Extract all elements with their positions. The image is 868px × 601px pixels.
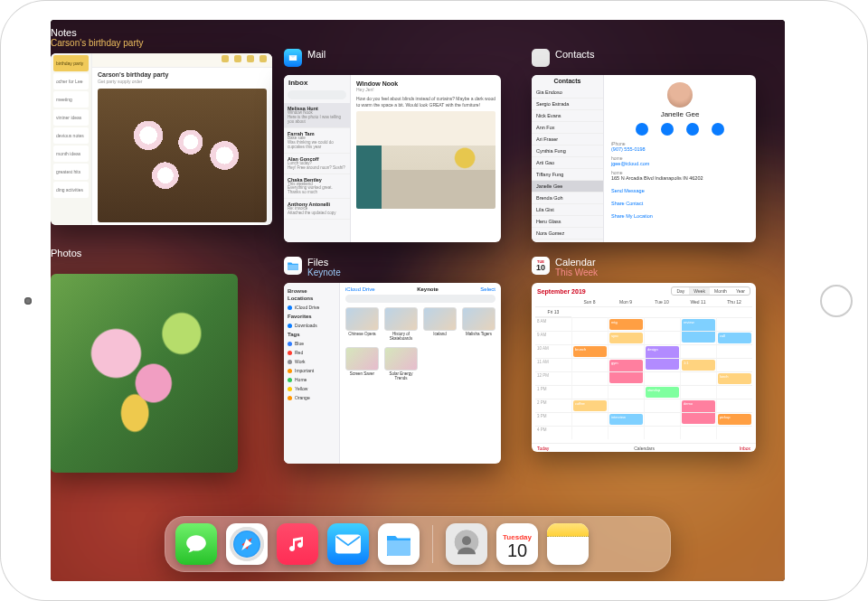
app-title: Mail [307,49,326,60]
dock-calendar-icon[interactable]: Tuesday 10 [496,523,538,565]
dock-safari-icon[interactable] [226,523,268,565]
mail-body: How do you feel about blinds instead of … [356,96,495,108]
photos-preview-flower [51,274,238,473]
inbox-label: Inbox [284,75,350,89]
switcher-card-files[interactable]: Files Keynote Browse Locations iCloud Dr… [284,257,501,464]
file-thumb [384,347,418,371]
mail-message-list: Inbox Melissa HuntWindow NookHere is the… [284,75,351,242]
call-action-icon [661,123,674,136]
contact-detail: Janelle Gee iPhone (907) 555-0198 home j… [604,75,756,242]
note-photo-cupcakes [98,89,267,222]
contact-name: Janelle Gee [611,110,749,118]
mail-subject: Window Nook [356,80,495,87]
dock-contacts-icon[interactable] [446,523,487,565]
files-sidebar: Browse Locations iCloud Drive Favorites … [284,283,340,464]
screen: Notes Carson's birthday party birthday p… [51,20,785,581]
mail-greeting: Hey Jen! [356,87,495,92]
calendar-day-headers: Sun 8 Mon 9 Tue 10 Wed 11 Thu 12 Fri 13 [532,297,756,317]
calendar-grid: 8 AMmtgreview 9 AMsynccall 10 AMbrunchde… [532,317,756,443]
files-select: Select [480,286,495,292]
files-back: iCloud Drive [345,286,375,292]
notes-toolbar [92,53,272,68]
contact-actions [611,123,749,136]
mail-search [288,90,346,99]
app-switcher: Notes Carson's birthday party birthday p… [51,20,785,581]
files-search [345,295,495,303]
app-title: Files [307,257,341,268]
file-thumb [423,307,457,331]
app-subtitle: This Week [555,268,598,277]
dock-music-icon[interactable] [277,523,318,565]
svg-rect-0 [335,535,361,554]
app-subtitle: Keynote [307,268,341,277]
dock-messages-icon[interactable] [175,523,217,565]
app-title: Calendar [555,257,598,268]
switcher-card-calendar[interactable]: TUE10 Calendar This Week September 2019 … [532,257,756,452]
contact-avatar [667,82,693,108]
switcher-card-mail[interactable]: Mail Inbox Melissa HuntWindow NookHere i… [284,49,501,242]
dock-calendar-num: 10 [507,541,527,559]
calendar-calendars-link: Calendars [634,446,655,451]
calendar-view-segments: Day Week Month Year [671,286,750,296]
file-thumb [345,307,379,331]
home-button[interactable] [820,285,853,317]
calendar-icon: TUE10 [532,257,550,275]
ipad-device: Notes Carson's birthday party birthday p… [0,0,868,601]
calendar-inbox-link: Inbox [740,446,750,451]
file-thumb [462,307,495,331]
app-title: Contacts [555,49,594,60]
video-action-icon [686,123,699,136]
contacts-list: Contacts Gia Endoso Sergio Estrada Nick … [532,75,604,242]
dock-files-icon[interactable] [378,523,420,565]
file-thumb [345,347,379,371]
switcher-card-notes[interactable]: Notes Carson's birthday party birthday p… [51,27,272,225]
note-sub: Get party supply order [92,79,272,87]
calendar-today-link: Today [537,446,549,451]
app-title: Notes [51,27,144,38]
note-title: Carson's birthday party [92,68,272,79]
switcher-card-contacts[interactable]: Contacts Contacts Gia Endoso Sergio Estr… [532,49,756,242]
dock-notes-icon[interactable] [547,523,589,565]
file-thumb [384,307,418,331]
notes-sidebar: birthday party ocher for Lee meeting vin… [51,53,92,225]
files-main: iCloud Drive Keynote Select Chinese Oper… [340,283,501,464]
svg-point-1 [462,536,471,545]
mail-icon [284,49,302,67]
files-folder-title: Keynote [417,286,439,292]
dock-mail-icon[interactable] [327,523,369,565]
calendar-month: September 2019 [537,288,586,295]
message-action-icon [636,123,648,136]
contacts-icon [532,49,550,67]
app-subtitle: Carson's birthday party [51,38,144,48]
mail-photo-livingroom [356,111,495,209]
files-icon [284,257,302,275]
mail-action-icon [712,123,724,136]
mail-preview: Window Nook Hey Jen! How do you feel abo… [351,75,501,242]
dock: Tuesday 10 [165,516,671,572]
switcher-card-photos[interactable]: Photos [51,248,238,473]
front-camera [24,297,32,305]
app-title: Photos [51,248,81,258]
dock-separator [432,525,433,563]
